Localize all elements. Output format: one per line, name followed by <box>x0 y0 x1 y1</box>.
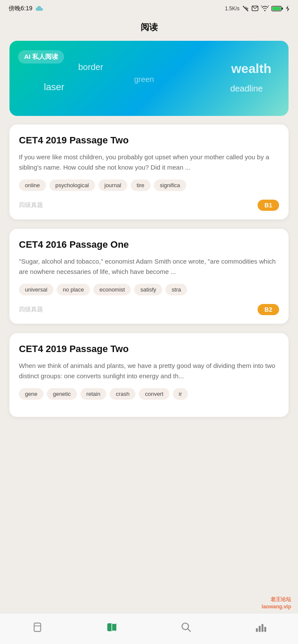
tag-2-4: convert <box>139 388 169 400</box>
banner-word-deadline: deadline <box>230 84 263 94</box>
svg-marker-7 <box>286 6 289 12</box>
page-title: 阅读 <box>141 22 158 32</box>
tags-row-2: gene genetic retain crash convert ir <box>19 388 279 400</box>
card-footer-0: 四级真题 B1 <box>19 200 279 211</box>
card-excerpt-1: "Sugar, alcohol and tobacco," economist … <box>19 256 279 277</box>
tag-1-1: no place <box>57 284 90 295</box>
card-excerpt-0: If you were like most children, you prob… <box>19 152 279 173</box>
svg-line-12 <box>188 629 190 631</box>
svg-line-2 <box>252 6 255 9</box>
time-display: 傍晚6:19 <box>9 5 32 12</box>
tag-0-1: psychological <box>49 179 95 191</box>
bookmark-icon <box>31 621 43 633</box>
status-right: 1.5K/s <box>225 5 289 12</box>
tag-0-2: journal <box>98 179 127 191</box>
banner-word-border: border <box>78 62 103 72</box>
nav-item-reading[interactable] <box>74 621 149 633</box>
page-header: 阅读 <box>0 15 298 41</box>
wifi-icon <box>261 6 269 12</box>
svg-rect-6 <box>282 8 283 10</box>
ai-reading-banner[interactable]: AI 私人阅读 border laser green wealth deadli… <box>9 41 289 116</box>
card-category-0: 四级真题 <box>19 201 43 209</box>
search-icon <box>180 621 192 633</box>
svg-rect-16 <box>264 626 266 632</box>
watermark-line2: laowang.vip <box>261 603 291 611</box>
card-title-2: CET4 2019 Passage Two <box>19 343 279 355</box>
message-icon <box>252 5 258 12</box>
tag-1-0: universal <box>19 284 53 295</box>
svg-rect-13 <box>256 628 258 632</box>
level-badge-1: B2 <box>258 304 279 315</box>
scroll-content: AI 私人阅读 border laser green wealth deadli… <box>0 41 298 461</box>
status-left: 傍晚6:19 <box>9 5 43 12</box>
battery-icon <box>271 6 283 12</box>
card-title-1: CET4 2016 Passage One <box>19 239 279 250</box>
card-title-0: CET4 2019 Passage Two <box>19 135 279 146</box>
bottom-nav <box>0 613 298 644</box>
charging-icon <box>286 6 289 12</box>
status-bar: 傍晚6:19 1.5K/s <box>0 0 298 15</box>
tag-0-4: significa <box>154 179 186 191</box>
mute-icon <box>242 5 249 12</box>
nav-item-search[interactable] <box>149 621 224 633</box>
svg-rect-14 <box>259 626 261 632</box>
watermark-line1: 老王论坛 <box>261 596 291 603</box>
banner-label: AI 私人阅读 <box>18 50 64 64</box>
svg-rect-8 <box>34 623 40 632</box>
tag-1-3: satisfy <box>134 284 162 295</box>
reading-icon <box>106 621 118 633</box>
nav-item-bookmark[interactable] <box>0 621 74 633</box>
svg-line-3 <box>255 6 258 9</box>
network-speed: 1.5K/s <box>225 6 240 12</box>
banner-word-wealth: wealth <box>231 61 271 76</box>
tag-1-2: economist <box>93 284 131 295</box>
card-excerpt-2: When we think of animals and plants, we … <box>19 361 279 381</box>
tag-2-5: ir <box>173 388 188 400</box>
cloud-sync-icon <box>36 6 43 12</box>
svg-rect-5 <box>272 7 281 10</box>
tag-0-3: tire <box>131 179 151 191</box>
tag-2-2: retain <box>80 388 107 400</box>
watermark: 老王论坛 laowang.vip <box>261 596 291 611</box>
svg-rect-15 <box>262 624 264 632</box>
level-badge-0: B1 <box>258 200 279 211</box>
tag-1-4: stra <box>166 284 187 295</box>
stats-icon <box>255 621 267 633</box>
reading-card-1[interactable]: CET4 2016 Passage One "Sugar, alcohol an… <box>9 229 289 324</box>
reading-card-2[interactable]: CET4 2019 Passage Two When we think of a… <box>9 333 289 417</box>
tag-2-1: genetic <box>47 388 77 400</box>
tag-2-3: crash <box>110 388 135 400</box>
tags-row-0: online psychological journal tire signif… <box>19 179 279 191</box>
tag-2-0: gene <box>19 388 43 400</box>
tag-0-0: online <box>19 179 46 191</box>
card-category-1: 四级真题 <box>19 306 43 313</box>
banner-word-laser: laser <box>44 82 65 93</box>
tags-row-1: universal no place economist satisfy str… <box>19 284 279 295</box>
reading-card-0[interactable]: CET4 2019 Passage Two If you were like m… <box>9 125 289 219</box>
banner-word-green: green <box>134 75 154 84</box>
nav-item-stats[interactable] <box>224 621 298 633</box>
card-footer-1: 四级真题 B2 <box>19 304 279 315</box>
